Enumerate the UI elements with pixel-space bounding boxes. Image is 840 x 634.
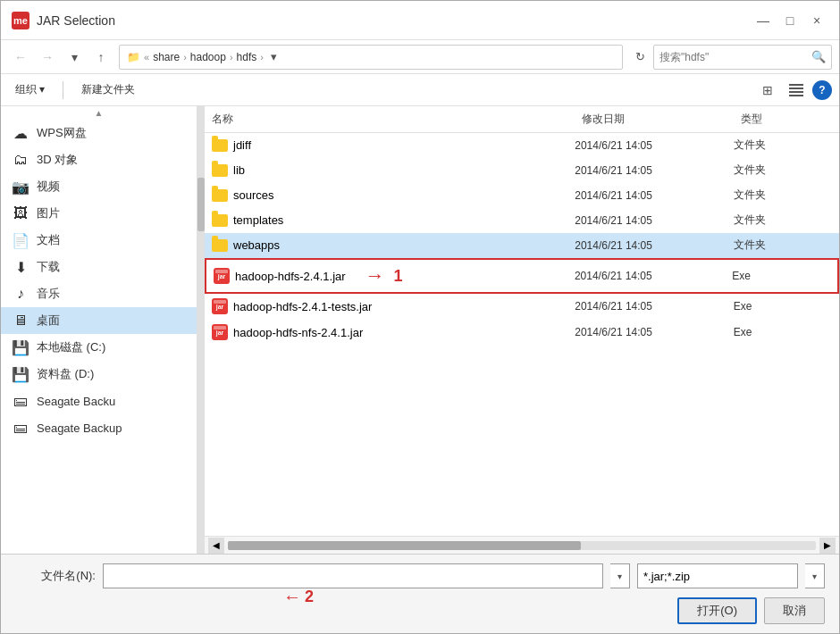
arrow-2-icon: ← [283, 587, 301, 607]
view-grid-button[interactable]: ⊞ [755, 78, 780, 103]
maximize-button[interactable]: □ [778, 9, 802, 32]
close-button[interactable]: × [805, 9, 828, 32]
sidebar-icon-documents: 📄 [12, 231, 29, 249]
file-type-sources: 文件夹 [734, 188, 839, 203]
sidebar-label-desktop: 桌面 [37, 313, 60, 329]
file-label-hadoop-hdfs-jar: hadoop-hdfs-2.4.1.jar [235, 270, 346, 283]
search-icon[interactable]: 🔍 [811, 50, 826, 63]
file-date-jdiff: 2014/6/21 14:05 [575, 139, 733, 152]
sidebar-label-music: 音乐 [37, 286, 60, 302]
file-row-hadoop-hdfs-jar[interactable]: jar hadoop-hdfs-2.4.1.jar → 1 2014/6/21 … [205, 258, 839, 294]
dropdown-button[interactable]: ▾ [62, 45, 87, 70]
file-name-templates: templates [205, 213, 575, 227]
file-type-hadoop-hdfs-tests-jar: Exe [734, 300, 839, 313]
scroll-thumb[interactable] [228, 541, 581, 550]
sidebar-scroll-up[interactable]: ▲ [1, 106, 197, 120]
toolbar-separator [63, 81, 63, 99]
sidebar-item-seagate1[interactable]: 🖴 Seagate Backu [1, 388, 197, 414]
file-label-lib: lib [233, 163, 245, 177]
sidebar-item-pictures[interactable]: 🖼 图片 [1, 200, 197, 227]
svg-rect-3 [789, 95, 803, 96]
file-list: jdiff 2014/6/21 14:05 文件夹 lib 2014/6/21 … [205, 133, 839, 536]
col-header-name[interactable]: 名称 [205, 110, 575, 129]
file-name-hadoop-hdfs-tests-jar: jar hadoop-hdfs-2.4.1-tests.jar [205, 298, 575, 314]
scroll-track[interactable] [228, 541, 816, 550]
file-row-templates[interactable]: templates 2014/6/21 14:05 文件夹 [205, 208, 839, 233]
col-header-type[interactable]: 类型 [734, 110, 839, 129]
window-controls: — □ × [752, 9, 828, 32]
annotation-2: ← 2 [283, 587, 314, 607]
bottom-bar: 文件名(N): ▾ *.jar;*.zip ▾ ← 2 打开(O) 取消 [1, 554, 839, 633]
breadcrumb-icon: 📁 [127, 51, 140, 63]
forward-button[interactable]: → [35, 45, 60, 70]
col-header-date[interactable]: 修改日期 [575, 110, 734, 129]
bottom-actions-row: ← 2 打开(O) 取消 [15, 597, 825, 624]
breadcrumb-arrow1: › [183, 52, 187, 63]
annotation-number-2: 2 [305, 588, 314, 606]
scroll-left-button[interactable]: ◀ [208, 538, 224, 554]
sidebar-icon-desktop: 🖥 [12, 312, 29, 330]
filename-dropdown-button[interactable]: ▾ [610, 563, 630, 588]
file-type-jdiff: 文件夹 [734, 138, 839, 153]
sidebar-item-documents[interactable]: 📄 文档 [1, 227, 197, 254]
sidebar-item-3d[interactable]: 🗂 3D 对象 [1, 146, 197, 173]
sidebar-item-desktop[interactable]: 🖥 桌面 [1, 307, 197, 334]
file-row-hadoop-hdfs-tests-jar[interactable]: jar hadoop-hdfs-2.4.1-tests.jar 2014/6/2… [205, 294, 839, 320]
navigation-bar: ← → ▾ ↑ 📁 « share › hadoop › hdfs › ▾ ↻ … [1, 40, 839, 74]
file-row-lib[interactable]: lib 2014/6/21 14:05 文件夹 [205, 158, 839, 183]
sidebar-item-seagate2[interactable]: 🖴 Seagate Backup [1, 414, 197, 441]
folder-icon-templates [212, 214, 228, 227]
breadcrumb-share[interactable]: share [153, 51, 180, 63]
file-type-templates: 文件夹 [734, 213, 839, 228]
file-label-webapps: webapps [233, 238, 280, 252]
scroll-right-button[interactable]: ▶ [819, 538, 836, 554]
file-type-lib: 文件夹 [734, 163, 839, 178]
breadcrumb-hadoop[interactable]: hadoop [190, 51, 226, 63]
refresh-button[interactable]: ↻ [628, 46, 651, 69]
cancel-button[interactable]: 取消 [764, 597, 825, 624]
sidebar-item-local_c[interactable]: 💾 本地磁盘 (C:) [1, 334, 197, 361]
folder-icon-sources [212, 189, 228, 202]
filename-input[interactable] [103, 563, 603, 588]
search-input[interactable] [659, 51, 808, 63]
breadcrumb-arrow3: › [260, 52, 264, 63]
file-row-jdiff[interactable]: jdiff 2014/6/21 14:05 文件夹 [205, 133, 839, 158]
back-button[interactable]: ← [8, 45, 33, 70]
new-folder-button[interactable]: 新建文件夹 [74, 79, 142, 100]
file-row-webapps[interactable]: webapps 2014/6/21 14:05 文件夹 [205, 233, 839, 258]
sidebar-item-wps[interactable]: ☁ WPS网盘 [1, 120, 197, 146]
sidebar-item-music[interactable]: ♪ 音乐 [1, 280, 197, 307]
filetype-value: *.jar;*.zip [637, 563, 798, 588]
sidebar-icon-video: 📷 [12, 178, 29, 196]
filetype-dropdown-button[interactable]: ▾ [805, 563, 825, 588]
file-type-webapps: 文件夹 [734, 238, 839, 253]
file-date-hadoop-hdfs-tests-jar: 2014/6/21 14:05 [575, 300, 733, 313]
sidebar-item-data_d[interactable]: 💾 资料盘 (D:) [1, 361, 197, 388]
file-name-webapps: webapps [205, 238, 575, 252]
sidebar: ▲ ☁ WPS网盘 🗂 3D 对象 📷 视频 🖼 图片 📄 文档 ⬇ 下载 ♪ … [1, 106, 197, 554]
file-row-hadoop-hdfs-nfs-jar[interactable]: jar hadoop-hdfs-nfs-2.4.1.jar 2014/6/21 … [205, 320, 839, 346]
open-button[interactable]: 打开(O) [677, 597, 757, 624]
breadcrumb-dropdown[interactable]: ▾ [267, 48, 281, 65]
folder-icon-webapps [212, 239, 228, 252]
up-button[interactable]: ↑ [88, 45, 113, 70]
view-list-button[interactable] [784, 78, 809, 103]
sidebar-item-downloads[interactable]: ⬇ 下载 [1, 254, 197, 280]
file-row-sources[interactable]: sources 2014/6/21 14:05 文件夹 [205, 183, 839, 208]
breadcrumb-separator1: « [144, 52, 149, 63]
breadcrumb-hdfs[interactable]: hdfs [237, 51, 257, 63]
sidebar-item-video[interactable]: 📷 视频 [1, 173, 197, 200]
horizontal-scrollbar[interactable]: ◀ ▶ [205, 536, 839, 554]
minimize-button[interactable]: — [752, 9, 775, 32]
sidebar-scrollbar[interactable] [197, 106, 205, 554]
sidebar-label-local_c: 本地磁盘 (C:) [37, 339, 105, 355]
sidebar-scroll-thumb[interactable] [197, 178, 205, 231]
file-name-sources: sources [205, 188, 575, 202]
annotation-number-1: 1 [394, 267, 403, 286]
organize-button[interactable]: 组织 ▾ [8, 79, 52, 100]
folder-icon-jdiff [212, 139, 228, 152]
sidebar-items-container: ☁ WPS网盘 🗂 3D 对象 📷 视频 🖼 图片 📄 文档 ⬇ 下载 ♪ 音乐… [1, 120, 197, 441]
sidebar-icon-pictures: 🖼 [12, 204, 29, 222]
help-button[interactable]: ? [812, 80, 832, 100]
sidebar-label-seagate2: Seagate Backup [37, 421, 122, 435]
